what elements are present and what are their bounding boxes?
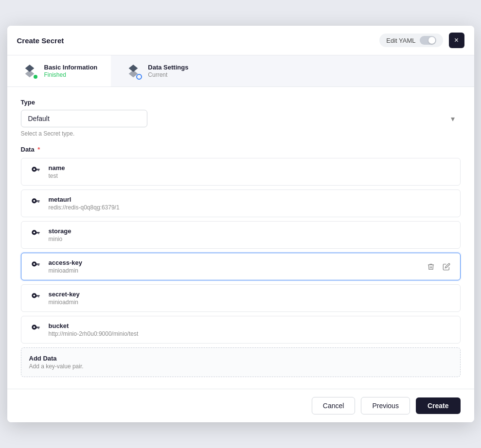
header-right: Edit YAML ×	[379, 33, 464, 48]
key-icon	[29, 164, 43, 178]
key-icon-access-key	[29, 259, 43, 273]
data-item-content-access-key: access-key minioadmin	[49, 259, 452, 274]
svg-rect-12	[38, 201, 39, 203]
svg-point-10	[33, 200, 35, 202]
modal-title: Create Secret	[17, 36, 64, 45]
key-icon-bucket	[29, 322, 43, 336]
step-info-basic: Basic Information Finished	[44, 64, 98, 78]
close-button[interactable]: ×	[449, 33, 464, 48]
modal-header: Create Secret Edit YAML ×	[7, 26, 474, 55]
type-select[interactable]: Default Opaque kubernetes.io/tls kuberne…	[21, 110, 147, 127]
data-item-name: name test	[21, 158, 461, 186]
svg-point-30	[33, 327, 35, 328]
svg-rect-18	[36, 233, 37, 234]
create-secret-modal: Create Secret Edit YAML ×	[7, 26, 474, 422]
data-item-key-secret-key: secret-key	[49, 291, 452, 298]
step-data-settings[interactable]: Data Settings Current	[111, 55, 208, 86]
cancel-button[interactable]: Cancel	[312, 397, 356, 414]
data-item-value-bucket: http://minio-2rh0u0:9000/minio/test	[49, 330, 452, 337]
svg-rect-21	[36, 263, 39, 264]
data-item-key-storage: storage	[49, 227, 452, 235]
data-item-key-bucket: bucket	[49, 322, 452, 329]
modal-footer: Cancel Previous Create	[7, 389, 474, 422]
step-dot-finished	[33, 74, 38, 80]
data-item-content-storage: storage minio	[49, 227, 452, 242]
delete-access-key-button[interactable]	[425, 262, 437, 272]
data-item-access-key[interactable]: access-key minioadmin	[21, 253, 461, 280]
step-dot-current	[136, 74, 142, 80]
data-item-key-metaurl: metaurl	[49, 196, 452, 203]
svg-rect-27	[38, 296, 39, 297]
svg-rect-7	[38, 170, 39, 171]
svg-point-25	[33, 295, 35, 297]
data-item-value-storage: minio	[49, 236, 452, 242]
step-icon-data	[125, 62, 142, 80]
svg-rect-33	[36, 327, 37, 328]
data-item-bucket: bucket http://minio-2rh0u0:9000/minio/te…	[21, 316, 461, 344]
data-item-content-metaurl: metaurl redis://redis-q0q8qg:6379/1	[49, 196, 452, 211]
step-basic-information[interactable]: Basic Information Finished	[7, 55, 111, 86]
close-icon: ×	[454, 36, 459, 45]
data-item-key-name: name	[49, 164, 452, 172]
type-label: Type	[21, 99, 461, 106]
svg-rect-11	[36, 200, 39, 201]
svg-point-5	[33, 169, 35, 171]
add-data-hint: Add a key-value pair.	[29, 363, 452, 370]
data-item-content-secret-key: secret-key minioadmin	[49, 291, 452, 306]
data-section-label: Data *	[21, 146, 461, 153]
data-item-storage: storage minio	[21, 221, 461, 249]
svg-rect-32	[38, 327, 39, 329]
svg-rect-28	[36, 296, 37, 297]
type-hint: Select a Secret type.	[21, 130, 461, 137]
step-label-data: Data Settings	[148, 64, 188, 71]
data-item-value-access-key: minioadmin	[49, 267, 452, 274]
step-icon-basic	[21, 62, 38, 80]
data-item-value-name: test	[49, 172, 452, 179]
svg-rect-31	[36, 327, 39, 327]
svg-rect-23	[36, 264, 37, 265]
previous-button[interactable]: Previous	[361, 397, 410, 414]
step-label-basic: Basic Information	[44, 64, 98, 71]
add-data-box[interactable]: Add Data Add a key-value pair.	[21, 347, 461, 377]
add-data-title: Add Data	[29, 355, 452, 362]
svg-rect-22	[38, 264, 39, 266]
svg-rect-17	[38, 233, 39, 234]
data-item-value-secret-key: minioadmin	[49, 299, 452, 306]
svg-point-20	[33, 263, 35, 265]
data-items-list: name test	[21, 158, 461, 377]
chevron-down-icon: ▾	[451, 114, 455, 123]
modal-body: Type Default Opaque kubernetes.io/tls ku…	[7, 87, 474, 389]
step-status-data: Current	[148, 71, 188, 78]
data-item-content-bucket: bucket http://minio-2rh0u0:9000/minio/te…	[49, 322, 452, 337]
step-status-basic: Finished	[44, 71, 98, 78]
create-button[interactable]: Create	[416, 397, 461, 414]
data-item-actions-access-key	[425, 262, 452, 272]
type-select-wrapper: Default Opaque kubernetes.io/tls kuberne…	[21, 110, 461, 127]
key-icon-storage	[29, 227, 43, 241]
svg-rect-13	[36, 201, 37, 202]
required-star: *	[37, 146, 40, 153]
steps-bar: Basic Information Finished Data Settings…	[7, 55, 474, 87]
svg-rect-6	[36, 169, 39, 170]
data-item-metaurl: metaurl redis://redis-q0q8qg:6379/1	[21, 190, 461, 217]
data-item-content-name: name test	[49, 164, 452, 179]
yaml-toggle-switch[interactable]	[420, 36, 436, 45]
edit-yaml-label: Edit YAML	[386, 37, 415, 44]
data-item-value-metaurl: redis://redis-q0q8qg:6379/1	[49, 204, 452, 211]
edit-access-key-button[interactable]	[441, 262, 452, 272]
step-info-data: Data Settings Current	[148, 64, 188, 78]
svg-rect-26	[36, 295, 39, 296]
edit-yaml-button[interactable]: Edit YAML	[379, 34, 443, 47]
svg-rect-8	[36, 170, 37, 171]
data-item-secret-key: secret-key minioadmin	[21, 284, 461, 312]
svg-point-15	[33, 232, 35, 234]
svg-rect-16	[36, 232, 39, 233]
key-icon-secret-key	[29, 291, 43, 304]
key-icon-metaurl	[29, 196, 43, 209]
data-item-key-access-key: access-key	[49, 259, 452, 266]
